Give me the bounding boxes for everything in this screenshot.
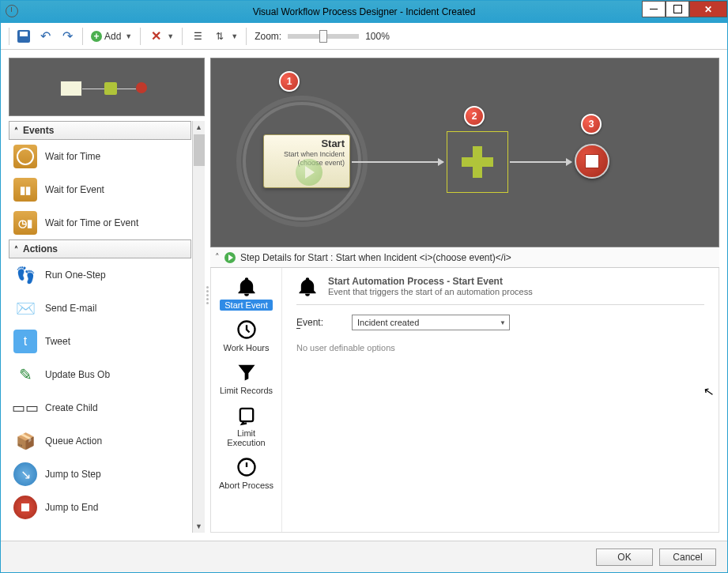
redo-icon: ↷: [60, 29, 74, 43]
play-icon: [296, 159, 323, 186]
action-jump-to-step[interactable]: ↘ Jump to Step: [9, 458, 191, 491]
clock-icon: [236, 319, 258, 341]
window: Visual Workflow Process Designer - Incid…: [0, 0, 728, 573]
divider: [296, 304, 704, 305]
chevron-up-icon: ˄: [14, 245, 18, 254]
details-header-text: Step Details for Start : Start when Inci…: [240, 252, 511, 263]
list-button[interactable]: ☰: [187, 26, 208, 47]
connector-2: [510, 161, 571, 163]
item-label: Wait for Event: [45, 184, 104, 195]
item-label: Tweet: [45, 336, 70, 347]
workflow-canvas[interactable]: 1 2 3 Start Start when Incident (choose …: [210, 58, 719, 247]
details-panel: Start Event Work Hours Limit Records: [210, 268, 719, 533]
splitter[interactable]: [205, 58, 210, 533]
minimize-button[interactable]: [642, 1, 666, 17]
undo-button[interactable]: ↶: [35, 26, 55, 47]
mail-icon: ✉️: [13, 296, 37, 320]
action-placeholder-node[interactable]: [447, 131, 508, 193]
details-tabs: Start Event Work Hours Limit Records: [211, 268, 282, 532]
add-button[interactable]: + Add ▼: [88, 26, 135, 47]
tab-work-hours[interactable]: Work Hours: [215, 315, 278, 356]
item-label: Jump to End: [45, 502, 98, 513]
tab-start-event[interactable]: Start Event: [215, 273, 278, 314]
undo-icon: ↶: [38, 29, 52, 43]
cancel-button[interactable]: Cancel: [659, 548, 716, 566]
event-value: Incident created: [357, 318, 419, 327]
bell-icon: [296, 276, 319, 298]
align-icon: ⇅: [213, 29, 227, 43]
minimap[interactable]: [9, 58, 205, 116]
zoom-thumb[interactable]: [319, 30, 327, 43]
details-header[interactable]: ˄ Step Details for Start : Start when In…: [210, 247, 719, 268]
minimap-stop-node: [136, 82, 147, 93]
add-label: Add: [104, 31, 121, 42]
details-note: No user definable options: [296, 343, 704, 352]
palette-scrollbar[interactable]: ▲ ▼: [192, 121, 205, 533]
actions-header-label: Actions: [23, 243, 58, 254]
details-title: Start Automation Process - Start Event: [328, 276, 533, 287]
palette: ˄ Events Wait for Time ▮▮ Wait for Event: [9, 121, 192, 533]
power-icon: [236, 456, 258, 478]
pencil-icon: ✎: [13, 363, 37, 386]
tab-label: Start Event: [220, 300, 272, 311]
scroll-thumb[interactable]: [194, 134, 205, 166]
badge-2: 2: [464, 106, 485, 126]
close-button[interactable]: [689, 1, 727, 17]
svg-rect-1: [240, 409, 252, 421]
toolbar: ↶ ↷ + Add ▼ ✕▼ ☰ ⇅▼ Zoom: 100%: [1, 23, 727, 50]
scroll-up-icon[interactable]: ▲: [193, 121, 205, 134]
event-wait-time[interactable]: Wait for Time: [9, 140, 191, 173]
item-label: Wait for Time: [45, 151, 100, 162]
tab-abort-process[interactable]: Abort Process: [215, 453, 278, 494]
minimap-start-node: [60, 81, 82, 96]
item-label: Send E-mail: [45, 303, 96, 314]
titlebar: Visual Workflow Process Designer - Incid…: [1, 1, 727, 23]
cycle-icon: [236, 404, 258, 426]
save-button[interactable]: [14, 26, 33, 47]
bell-icon: [236, 276, 258, 298]
zoom-value: 100%: [365, 31, 390, 42]
clock-icon: [6, 5, 18, 17]
events-list: Wait for Time ▮▮ Wait for Event ◷▮ Wait …: [9, 140, 191, 239]
align-button[interactable]: ⇅▼: [209, 26, 241, 47]
chevron-down-icon: ▼: [167, 32, 174, 40]
badge-1: 1: [279, 71, 300, 92]
event-combobox[interactable]: Incident created ▼: [352, 315, 510, 330]
window-controls: [642, 1, 727, 17]
item-label: Queue Action: [45, 435, 102, 447]
action-create-child[interactable]: ▭▭ Create Child: [9, 391, 191, 424]
tab-label: Work Hours: [222, 342, 271, 353]
action-jump-to-end[interactable]: Jump to End: [9, 491, 191, 524]
action-send-email[interactable]: ✉️ Send E-mail: [9, 292, 191, 325]
start-node[interactable]: Start Start when Incident (choose event): [263, 134, 350, 188]
tab-limit-records[interactable]: Limit Records: [215, 358, 278, 399]
tab-label: Limit Execution: [217, 428, 277, 448]
event-wait-event[interactable]: ▮▮ Wait for Event: [9, 173, 191, 206]
events-panel-header[interactable]: ˄ Events: [9, 121, 191, 140]
event-wait-time-or-event[interactable]: ◷▮ Wait for Time or Event: [9, 206, 191, 239]
start-node-title: Start: [321, 138, 345, 149]
details-content: Start Automation Process - Start Event E…: [282, 268, 719, 532]
chevron-down-icon: ▼: [500, 319, 506, 326]
actions-list: 👣 Run One-Step ✉️ Send E-mail t Tweet: [9, 258, 191, 524]
save-icon: [17, 30, 30, 43]
action-tweet[interactable]: t Tweet: [9, 325, 191, 358]
connector-1: [352, 161, 443, 163]
chevron-down-icon: ▼: [125, 32, 132, 40]
action-update-bus-ob[interactable]: ✎ Update Bus Ob: [9, 358, 191, 391]
clock-icon: [13, 145, 37, 168]
ok-button[interactable]: OK: [596, 548, 653, 566]
redo-button[interactable]: ↷: [57, 26, 77, 47]
zoom-slider[interactable]: [288, 34, 359, 39]
left-column: ˄ Events Wait for Time ▮▮ Wait for Event: [9, 58, 205, 533]
funnel-icon: [236, 361, 258, 383]
scroll-down-icon[interactable]: ▼: [193, 520, 205, 533]
delete-button[interactable]: ✕▼: [145, 26, 177, 47]
maximize-button[interactable]: [666, 1, 689, 17]
actions-panel-header[interactable]: ˄ Actions: [9, 239, 191, 258]
end-node[interactable]: [575, 144, 609, 179]
tab-limit-execution[interactable]: Limit Execution: [215, 401, 278, 451]
event-label: Event:: [296, 317, 336, 328]
action-queue-action[interactable]: 📦 Queue Action: [9, 424, 191, 458]
action-run-one-step[interactable]: 👣 Run One-Step: [9, 258, 191, 292]
